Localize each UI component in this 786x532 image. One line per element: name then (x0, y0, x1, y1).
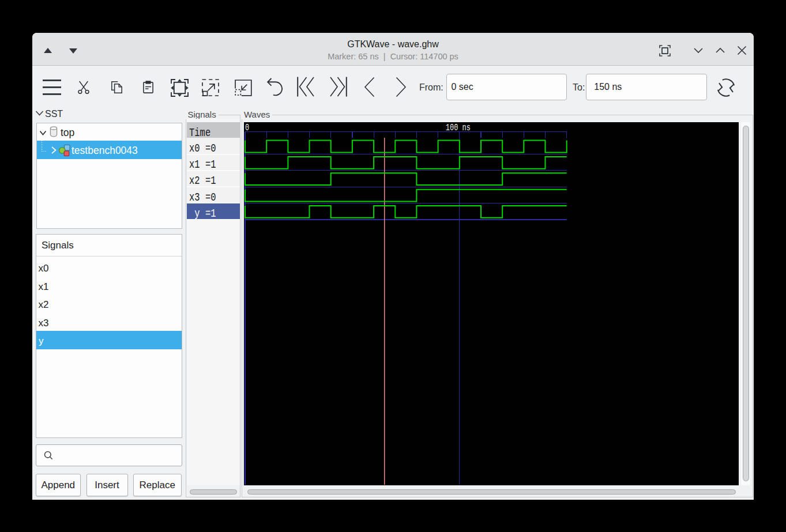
svg-text:0: 0 (245, 122, 249, 133)
svg-text:100 ns: 100 ns (446, 122, 471, 133)
